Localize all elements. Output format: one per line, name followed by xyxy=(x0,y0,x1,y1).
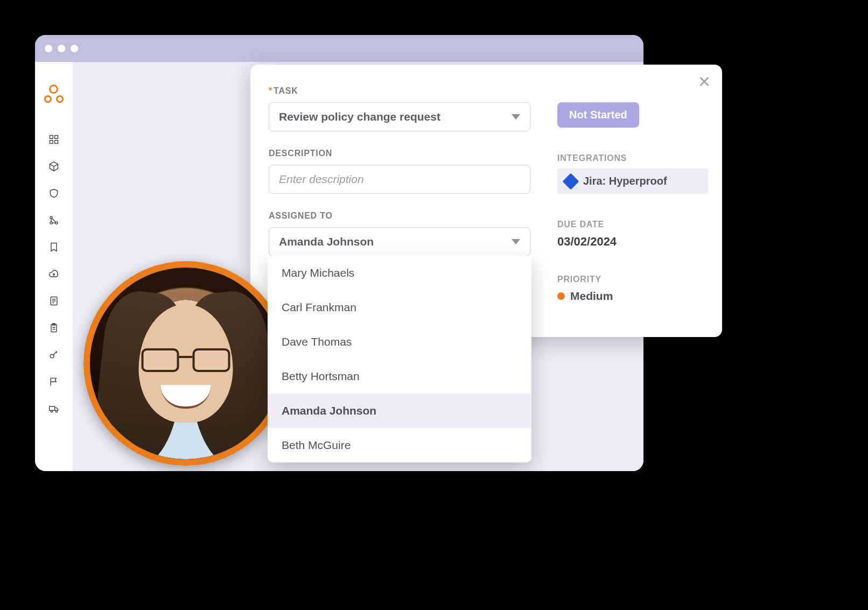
svg-rect-2 xyxy=(50,141,53,144)
key-icon[interactable] xyxy=(48,349,59,360)
due-date-value: 03/02/2024 xyxy=(557,235,708,249)
assignee-option[interactable]: Carl Frankman xyxy=(268,290,531,325)
assignee-option[interactable]: Dave Thomas xyxy=(268,325,531,359)
svg-point-13 xyxy=(55,410,57,412)
flag-icon[interactable] xyxy=(48,376,59,387)
task-select[interactable]: Review policy change request xyxy=(269,102,530,131)
assigned-to-field-label: ASSIGNED TO xyxy=(269,211,530,221)
svg-point-4 xyxy=(50,216,52,219)
window-titlebar xyxy=(35,35,643,62)
integration-name: Jira: Hyperproof xyxy=(583,175,667,187)
svg-rect-0 xyxy=(50,136,53,139)
assignee-option-selected[interactable]: Amanda Johnson xyxy=(268,394,531,428)
priority-value: Medium xyxy=(557,290,708,303)
description-field-label: DESCRIPTION xyxy=(269,149,530,158)
package-icon[interactable] xyxy=(48,161,59,172)
svg-rect-3 xyxy=(55,141,58,144)
brand-logo xyxy=(44,85,64,104)
assigned-to-dropdown: Mary Michaels Carl Frankman Dave Thomas … xyxy=(268,256,531,462)
clipboard-icon[interactable] xyxy=(48,322,59,333)
task-select-value: Review policy change request xyxy=(279,110,440,123)
assigned-to-select-value: Amanda Johnson xyxy=(279,235,374,248)
chevron-down-icon xyxy=(512,239,520,244)
description-input[interactable] xyxy=(279,173,520,186)
task-field-label: *TASK xyxy=(269,86,530,96)
assignee-option[interactable]: Mary Michaels xyxy=(268,256,531,290)
assigned-to-select[interactable]: Amanda Johnson xyxy=(269,227,530,256)
svg-rect-11 xyxy=(50,406,55,411)
description-input-wrapper xyxy=(269,165,530,194)
due-date-label: DUE DATE xyxy=(557,220,708,229)
window-dot xyxy=(58,45,65,52)
shield-icon[interactable] xyxy=(48,188,59,199)
cloud-upload-icon[interactable] xyxy=(48,269,59,279)
sidebar xyxy=(35,62,73,471)
svg-point-12 xyxy=(51,410,52,412)
svg-point-10 xyxy=(50,354,54,358)
document-icon[interactable] xyxy=(48,296,59,306)
status-button[interactable]: Not Started xyxy=(557,102,639,128)
user-avatar xyxy=(83,261,288,466)
window-dot xyxy=(71,45,78,52)
dashboard-icon[interactable] xyxy=(48,134,59,145)
truck-icon[interactable] xyxy=(48,403,59,414)
integration-jira[interactable]: Jira: Hyperproof xyxy=(557,169,708,194)
jira-icon xyxy=(562,173,579,190)
priority-label: PRIORITY xyxy=(557,275,708,284)
window-dot xyxy=(45,45,52,52)
workflow-icon[interactable] xyxy=(48,215,59,226)
bookmark-icon[interactable] xyxy=(48,242,59,253)
assignee-option[interactable]: Beth McGuire xyxy=(268,428,531,462)
svg-point-5 xyxy=(55,222,58,224)
close-icon[interactable] xyxy=(697,74,711,88)
svg-rect-1 xyxy=(55,136,58,139)
assignee-option[interactable]: Betty Hortsman xyxy=(268,359,531,394)
sidebar-icon-list xyxy=(48,134,59,414)
integrations-label: INTEGRATIONS xyxy=(557,153,708,163)
priority-dot-icon xyxy=(557,292,565,300)
chevron-down-icon xyxy=(512,114,520,120)
svg-point-6 xyxy=(50,222,52,224)
